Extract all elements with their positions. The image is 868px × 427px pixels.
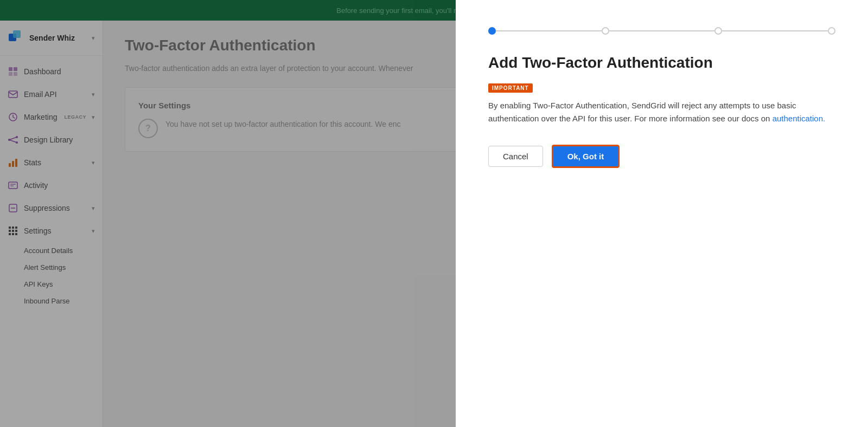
modal-stepper bbox=[488, 27, 835, 35]
step-3-dot bbox=[714, 27, 722, 35]
step-1-dot bbox=[488, 27, 496, 35]
authentication-link[interactable]: authentication. bbox=[773, 114, 826, 123]
confirm-button[interactable]: Ok, Got it bbox=[552, 145, 620, 168]
important-badge: IMPORTANT bbox=[488, 83, 533, 93]
modal-body-text: By enabling Two-Factor Authentication, S… bbox=[488, 99, 835, 125]
step-2-dot bbox=[602, 27, 609, 35]
step-line-3 bbox=[722, 30, 828, 31]
modal-title: Add Two-Factor Authentication bbox=[488, 54, 835, 72]
modal-actions: Cancel Ok, Got it bbox=[488, 145, 835, 168]
step-line-1 bbox=[496, 30, 602, 31]
cancel-button[interactable]: Cancel bbox=[488, 146, 543, 167]
step-4-dot bbox=[828, 27, 835, 35]
modal-panel: Add Two-Factor Authentication IMPORTANT … bbox=[456, 0, 868, 427]
step-line-2 bbox=[609, 30, 715, 31]
